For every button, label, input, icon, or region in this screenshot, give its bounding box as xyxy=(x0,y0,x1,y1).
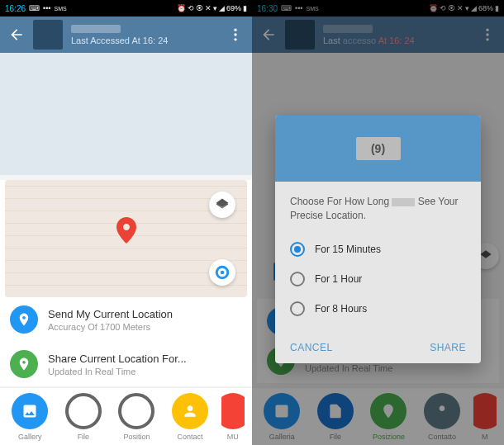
attach-file[interactable]: File xyxy=(61,393,106,441)
radio-icon xyxy=(290,272,305,286)
radio-label: For 15 Minutes xyxy=(315,244,381,255)
dialog-avatar: (9) xyxy=(356,137,401,160)
attach-music[interactable]: MU xyxy=(221,393,245,441)
dialog-header: (9) xyxy=(275,116,481,182)
radio-icon xyxy=(290,242,305,257)
share-location-subtitle: Updated In Real Time xyxy=(48,367,187,376)
attachment-bar: Gallery File Position Contact MU xyxy=(0,387,252,445)
svg-point-2 xyxy=(234,38,236,40)
wifi-icon: ▾ xyxy=(213,4,217,12)
status-time: 16:26 xyxy=(5,4,26,13)
share-live-location[interactable]: Share Current Location For... Updated In… xyxy=(0,342,252,386)
map-locate-button[interactable] xyxy=(209,259,235,286)
more-icon: ••• xyxy=(43,4,50,12)
position-label: Position xyxy=(123,433,150,441)
cancel-button[interactable]: CANCEL xyxy=(290,342,333,353)
map-pin-icon xyxy=(116,217,136,247)
send-location-subtitle: Accuracy Of 1700 Meters xyxy=(48,322,173,332)
contact-avatar[interactable] xyxy=(33,20,63,50)
last-accessed-label: Last Accessed At 16: 24 xyxy=(71,36,226,45)
map-section: Send My Current Location Accuracy Of 170… xyxy=(0,180,252,386)
dialog-actions: CANCEL SHARE xyxy=(275,332,481,363)
contact-info[interactable]: Last Accessed At 16: 24 xyxy=(71,25,226,45)
contact-label: Contact xyxy=(178,433,203,441)
dialog-prompt: Choose For How Long See Your Precise Loc… xyxy=(290,195,466,223)
contact-icon xyxy=(172,393,208,429)
share-location-title: Share Current Location For... xyxy=(48,353,187,365)
status-bar: 16:26 ⌨ ••• SMS ⏰ ⟲ ⦿ ✕ ▾ ◢ 69% ▮ xyxy=(0,0,252,17)
send-current-location[interactable]: Send My Current Location Accuracy Of 170… xyxy=(0,297,252,342)
small-icon: SMS xyxy=(54,6,66,12)
svg-point-1 xyxy=(234,33,236,36)
attach-contact[interactable]: Contact xyxy=(168,393,212,441)
menu-button[interactable] xyxy=(226,25,245,45)
screen-right: 16:30 ⌨ ••• SMS ⏰ ⟲ ⦿ ✕ ▾ ◢ 68% ▮ Last a… xyxy=(252,0,504,445)
radio-icon xyxy=(290,301,305,316)
music-icon xyxy=(221,393,245,429)
share-button[interactable]: SHARE xyxy=(430,342,466,353)
mute-icon: ✕ xyxy=(205,4,212,12)
option-1-hour[interactable]: For 1 Hour xyxy=(290,264,466,294)
contact-name-redacted xyxy=(71,25,121,33)
radio-label: For 1 Hour xyxy=(315,273,362,285)
alarm-icon: ⏰ xyxy=(177,4,186,12)
map-view[interactable] xyxy=(5,180,247,297)
svg-point-0 xyxy=(234,29,236,31)
location-send-icon xyxy=(10,305,38,334)
duration-dialog: (9) Choose For How Long See Your Precise… xyxy=(275,116,481,363)
option-15-minutes[interactable]: For 15 Minutes xyxy=(290,234,466,264)
svg-point-3 xyxy=(221,271,225,275)
file-label: File xyxy=(78,433,90,441)
radio-label: For 8 Hours xyxy=(315,303,367,315)
back-button[interactable] xyxy=(7,25,26,45)
file-icon xyxy=(65,393,102,429)
position-icon xyxy=(118,393,155,429)
screen-left: 16:26 ⌨ ••• SMS ⏰ ⟲ ⦿ ✕ ▾ ◢ 69% ▮ Last A… xyxy=(0,0,252,445)
attach-gallery[interactable]: Gallery xyxy=(7,393,52,441)
keyboard-icon: ⌨ xyxy=(29,4,40,12)
music-label: MU xyxy=(227,433,239,441)
redacted-name xyxy=(392,198,415,206)
chat-background xyxy=(0,53,252,175)
send-location-title: Send My Current Location xyxy=(48,308,173,320)
battery-icon: ▮ xyxy=(243,4,247,12)
app-header: Last Accessed At 16: 24 xyxy=(0,17,252,53)
signal-icon: ◢ xyxy=(219,4,225,12)
gallery-icon xyxy=(12,393,48,429)
map-layers-button[interactable] xyxy=(209,192,235,218)
sync-icon: ⟲ xyxy=(188,4,194,12)
location-share-icon xyxy=(10,350,38,378)
attach-position[interactable]: Position xyxy=(114,393,159,441)
gallery-label: Gallery xyxy=(18,433,42,441)
option-8-hours[interactable]: For 8 Hours xyxy=(290,294,466,324)
battery-pct: 69% xyxy=(226,4,241,12)
location-icon: ⦿ xyxy=(196,4,203,12)
dialog-body: Choose For How Long See Your Precise Loc… xyxy=(275,182,481,332)
